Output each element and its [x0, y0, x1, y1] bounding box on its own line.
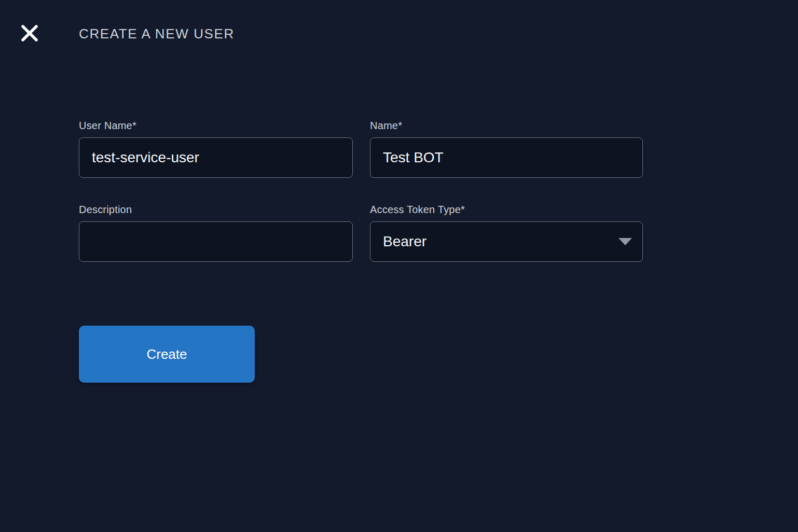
create-button[interactable]: Create: [79, 326, 255, 383]
user-name-input[interactable]: [79, 137, 353, 178]
description-label: Description: [79, 203, 353, 216]
page-title: CREATE A NEW USER: [79, 26, 235, 42]
close-button[interactable]: [20, 23, 39, 43]
field-user-name: User Name*: [79, 119, 353, 178]
field-access-token-type: Access Token Type* Bearer: [370, 203, 643, 262]
access-token-type-value: Bearer: [383, 233, 426, 250]
description-input[interactable]: [79, 221, 353, 262]
caret-down-icon: [618, 238, 632, 245]
field-name: Name*: [370, 119, 643, 178]
close-icon: [20, 24, 39, 43]
create-user-form: User Name* Name* Description Access Toke…: [79, 119, 643, 262]
access-token-type-select[interactable]: Bearer: [370, 221, 643, 262]
user-name-label: User Name*: [79, 119, 353, 132]
field-description: Description: [79, 203, 353, 262]
name-input[interactable]: [370, 137, 643, 178]
access-token-type-label: Access Token Type*: [370, 203, 643, 216]
name-label: Name*: [370, 119, 643, 132]
create-user-page: { "header": { "title": "CREATE A NEW USE…: [0, 0, 798, 532]
